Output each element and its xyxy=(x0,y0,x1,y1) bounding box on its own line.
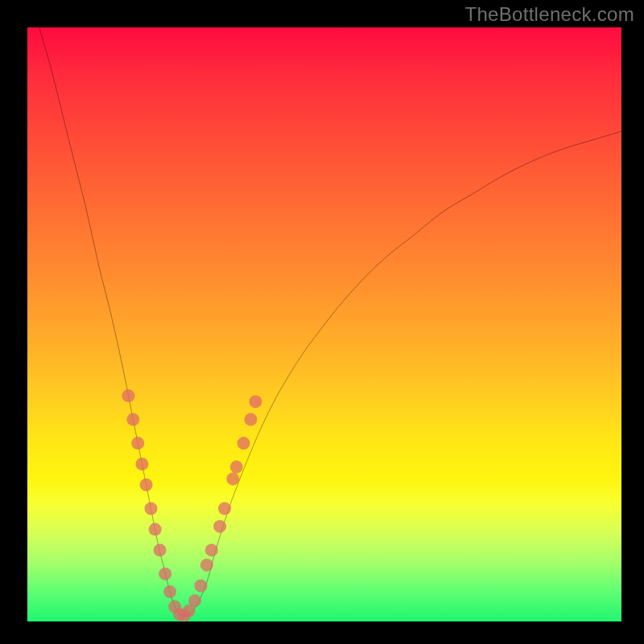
highlight-point xyxy=(131,437,144,450)
highlight-point xyxy=(230,460,243,473)
highlight-point xyxy=(154,543,167,556)
highlight-point xyxy=(249,395,262,408)
chart-container: TheBottleneck.com xyxy=(0,0,644,644)
highlight-point xyxy=(226,473,239,485)
highlight-point xyxy=(237,437,250,450)
highlight-point xyxy=(122,390,134,402)
highlight-point xyxy=(205,543,218,556)
highlight-point xyxy=(163,585,176,598)
highlight-points-group xyxy=(122,390,262,622)
watermark-text: TheBottleneck.com xyxy=(464,3,634,26)
chart-svg xyxy=(27,27,621,621)
highlight-point xyxy=(200,559,213,572)
highlight-point xyxy=(244,413,257,426)
highlight-point xyxy=(218,502,231,515)
highlight-point xyxy=(213,520,226,533)
highlight-point xyxy=(126,413,139,426)
plot-area xyxy=(27,27,621,621)
highlight-point xyxy=(188,594,201,607)
highlight-point xyxy=(145,502,158,515)
highlight-point xyxy=(140,478,153,491)
highlight-point xyxy=(135,457,148,470)
bottleneck-curve xyxy=(39,27,621,617)
highlight-point xyxy=(149,523,162,536)
highlight-point xyxy=(159,568,171,580)
highlight-point xyxy=(194,580,207,592)
